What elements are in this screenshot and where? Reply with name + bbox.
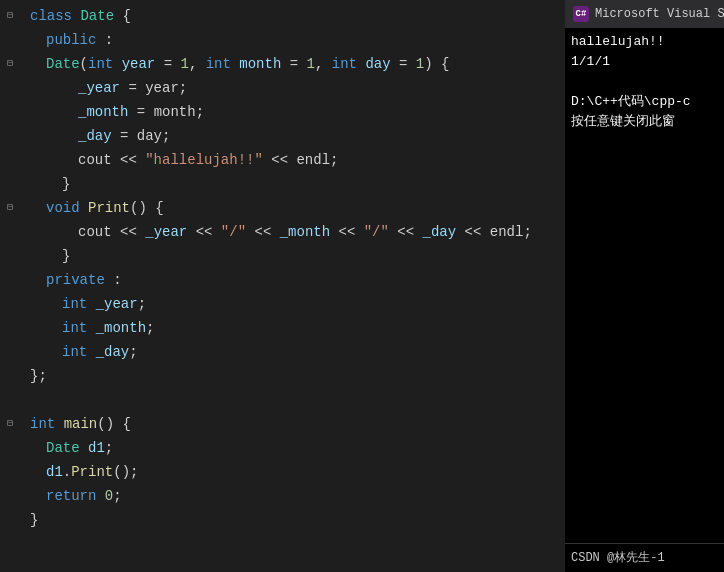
token: :	[96, 32, 113, 48]
line-content: void Print() {	[30, 196, 565, 220]
token: () {	[97, 416, 131, 432]
token: "hallelujah!!"	[145, 152, 263, 168]
token: {	[114, 8, 131, 24]
line-content: };	[30, 364, 565, 388]
line-content: private :	[30, 268, 565, 292]
token: << endl;	[456, 224, 532, 240]
line-content: d1.Print();	[30, 460, 565, 484]
line-content: }	[30, 244, 565, 268]
code-line: }	[0, 508, 565, 532]
token: ;	[105, 440, 113, 456]
token: int	[62, 296, 87, 312]
token: int	[62, 320, 87, 336]
line-content: return 0;	[30, 484, 565, 508]
token: d1	[88, 440, 105, 456]
terminal-line-4: D:\C++代码\cpp-c	[571, 92, 718, 112]
token: "/"	[221, 224, 246, 240]
token	[80, 200, 88, 216]
line-content: int _month;	[30, 316, 565, 340]
code-line: ⊟void Print() {	[0, 196, 565, 220]
code-line: }	[0, 172, 565, 196]
terminal-line-2: 1/1/1	[571, 52, 718, 72]
code-line: return 0;	[0, 484, 565, 508]
token: int	[206, 56, 231, 72]
line-content: int _day;	[30, 340, 565, 364]
collapse-icon[interactable]: ⊟	[4, 412, 16, 436]
code-line: ⊟Date(int year = 1, int month = 1, int d…	[0, 52, 565, 76]
code-line: cout << _year << "/" << _month << "/" <<…	[0, 220, 565, 244]
token: ;	[129, 344, 137, 360]
code-area: ⊟class Date {public :⊟Date(int year = 1,…	[0, 0, 565, 536]
code-line: Date d1;	[0, 436, 565, 460]
token: d1	[46, 464, 63, 480]
token: _year	[96, 296, 138, 312]
token: <<	[112, 152, 146, 168]
code-line: _month = month;	[0, 100, 565, 124]
token: }	[30, 512, 38, 528]
token: =	[391, 56, 416, 72]
token: <<	[112, 224, 137, 240]
code-line: int _day;	[0, 340, 565, 364]
token: public	[46, 32, 96, 48]
token: int	[332, 56, 357, 72]
token: _month	[78, 104, 128, 120]
code-line: cout << "hallelujah!!" << endl;	[0, 148, 565, 172]
token: Print	[88, 200, 130, 216]
token	[113, 56, 121, 72]
terminal-line-1: hallelujah!!	[571, 32, 718, 52]
line-content: }	[30, 172, 565, 196]
line-content: }	[30, 508, 565, 532]
token: _day	[414, 224, 456, 240]
code-line: }	[0, 244, 565, 268]
line-gutter: ⊟	[0, 4, 30, 28]
code-line: public :	[0, 28, 565, 52]
line-content: _year = year;	[30, 76, 565, 100]
token	[80, 440, 88, 456]
code-line: ⊟class Date {	[0, 4, 565, 28]
token: _year	[78, 80, 120, 96]
token: .	[63, 464, 71, 480]
collapse-icon[interactable]: ⊟	[4, 4, 16, 28]
line-gutter: ⊟	[0, 196, 30, 220]
token: << endl;	[263, 152, 339, 168]
line-content: cout << "hallelujah!!" << endl;	[30, 148, 565, 172]
token: ;	[113, 488, 121, 504]
token: month	[239, 56, 281, 72]
token: <<	[246, 224, 271, 240]
token	[55, 416, 63, 432]
token: :	[105, 272, 122, 288]
code-line: int _year;	[0, 292, 565, 316]
line-content: int _year;	[30, 292, 565, 316]
code-line: int _month;	[0, 316, 565, 340]
token: ();	[113, 464, 138, 480]
token: = day;	[112, 128, 171, 144]
terminal-titlebar: C# Microsoft Visual S	[565, 0, 724, 28]
token: ;	[138, 296, 146, 312]
token	[87, 296, 95, 312]
token: _year	[137, 224, 187, 240]
token: ) {	[424, 56, 449, 72]
token: 0	[105, 488, 113, 504]
token	[96, 488, 104, 504]
token: =	[155, 56, 180, 72]
token: private	[46, 272, 105, 288]
terminal-body: hallelujah!! 1/1/1 D:\C++代码\cpp-c 按任意键关闭…	[565, 28, 724, 543]
code-editor[interactable]: ⊟class Date {public :⊟Date(int year = 1,…	[0, 0, 565, 572]
token: = year;	[120, 80, 187, 96]
token: <<	[389, 224, 414, 240]
collapse-icon[interactable]: ⊟	[4, 196, 16, 220]
code-line: ⊟int main() {	[0, 412, 565, 436]
code-line: _day = day;	[0, 124, 565, 148]
terminal-footer: CSDN @林先生-1	[565, 543, 724, 572]
token: class	[30, 8, 72, 24]
token: day	[365, 56, 390, 72]
code-line: _year = year;	[0, 76, 565, 100]
token: }	[62, 248, 70, 264]
token: "/"	[364, 224, 389, 240]
terminal-panel: C# Microsoft Visual S hallelujah!! 1/1/1…	[565, 0, 724, 572]
collapse-icon[interactable]: ⊟	[4, 52, 16, 76]
token: = month;	[128, 104, 204, 120]
code-line: d1.Print();	[0, 460, 565, 484]
token: (	[80, 56, 88, 72]
line-content: Date d1;	[30, 436, 565, 460]
